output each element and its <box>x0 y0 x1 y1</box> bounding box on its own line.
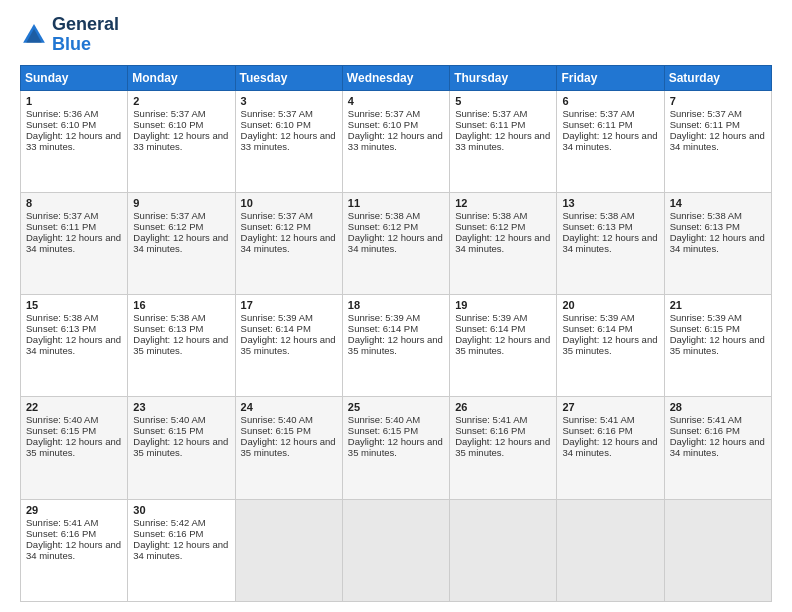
daylight-label: Daylight: 12 hours and 33 minutes. <box>26 130 121 152</box>
sunset-label: Sunset: 6:10 PM <box>241 119 311 130</box>
sunrise-label: Sunrise: 5:41 AM <box>562 414 634 425</box>
sunset-label: Sunset: 6:15 PM <box>133 425 203 436</box>
sunset-label: Sunset: 6:11 PM <box>670 119 740 130</box>
sunrise-label: Sunrise: 5:39 AM <box>348 312 420 323</box>
day-number: 15 <box>26 299 122 311</box>
day-cell-7: 7Sunrise: 5:37 AMSunset: 6:11 PMDaylight… <box>664 90 771 192</box>
week-row-4: 22Sunrise: 5:40 AMSunset: 6:15 PMDayligh… <box>21 397 772 499</box>
sunrise-label: Sunrise: 5:38 AM <box>562 210 634 221</box>
sunrise-label: Sunrise: 5:38 AM <box>348 210 420 221</box>
sunset-label: Sunset: 6:10 PM <box>133 119 203 130</box>
sunset-label: Sunset: 6:15 PM <box>26 425 96 436</box>
daylight-label: Daylight: 12 hours and 35 minutes. <box>241 334 336 356</box>
sunrise-label: Sunrise: 5:38 AM <box>670 210 742 221</box>
sunrise-label: Sunrise: 5:40 AM <box>241 414 313 425</box>
day-number: 3 <box>241 95 337 107</box>
sunrise-label: Sunrise: 5:37 AM <box>241 210 313 221</box>
day-cell-5: 5Sunrise: 5:37 AMSunset: 6:11 PMDaylight… <box>450 90 557 192</box>
sunrise-label: Sunrise: 5:39 AM <box>670 312 742 323</box>
sunrise-label: Sunrise: 5:37 AM <box>562 108 634 119</box>
day-cell-20: 20Sunrise: 5:39 AMSunset: 6:14 PMDayligh… <box>557 295 664 397</box>
daylight-label: Daylight: 12 hours and 35 minutes. <box>133 436 228 458</box>
empty-cell <box>450 499 557 601</box>
sunrise-label: Sunrise: 5:38 AM <box>133 312 205 323</box>
sunset-label: Sunset: 6:14 PM <box>241 323 311 334</box>
daylight-label: Daylight: 12 hours and 33 minutes. <box>241 130 336 152</box>
sunrise-label: Sunrise: 5:38 AM <box>26 312 98 323</box>
day-number: 18 <box>348 299 444 311</box>
day-cell-13: 13Sunrise: 5:38 AMSunset: 6:13 PMDayligh… <box>557 192 664 294</box>
day-number: 6 <box>562 95 658 107</box>
day-number: 28 <box>670 401 766 413</box>
daylight-label: Daylight: 12 hours and 34 minutes. <box>670 232 765 254</box>
header: General Blue <box>20 15 772 55</box>
sunrise-label: Sunrise: 5:41 AM <box>455 414 527 425</box>
sunrise-label: Sunrise: 5:42 AM <box>133 517 205 528</box>
sunset-label: Sunset: 6:11 PM <box>562 119 632 130</box>
sunset-label: Sunset: 6:14 PM <box>455 323 525 334</box>
page: General Blue SundayMondayTuesdayWednesda… <box>0 0 792 612</box>
week-row-5: 29Sunrise: 5:41 AMSunset: 6:16 PMDayligh… <box>21 499 772 601</box>
day-cell-30: 30Sunrise: 5:42 AMSunset: 6:16 PMDayligh… <box>128 499 235 601</box>
day-number: 16 <box>133 299 229 311</box>
daylight-label: Daylight: 12 hours and 35 minutes. <box>562 334 657 356</box>
day-cell-4: 4Sunrise: 5:37 AMSunset: 6:10 PMDaylight… <box>342 90 449 192</box>
sunrise-label: Sunrise: 5:38 AM <box>455 210 527 221</box>
empty-cell <box>664 499 771 601</box>
week-row-3: 15Sunrise: 5:38 AMSunset: 6:13 PMDayligh… <box>21 295 772 397</box>
day-cell-29: 29Sunrise: 5:41 AMSunset: 6:16 PMDayligh… <box>21 499 128 601</box>
daylight-label: Daylight: 12 hours and 35 minutes. <box>241 436 336 458</box>
day-number: 27 <box>562 401 658 413</box>
day-number: 17 <box>241 299 337 311</box>
sunset-label: Sunset: 6:13 PM <box>26 323 96 334</box>
daylight-label: Daylight: 12 hours and 34 minutes. <box>26 232 121 254</box>
calendar-table: SundayMondayTuesdayWednesdayThursdayFrid… <box>20 65 772 602</box>
sunrise-label: Sunrise: 5:39 AM <box>562 312 634 323</box>
daylight-label: Daylight: 12 hours and 33 minutes. <box>133 130 228 152</box>
daylight-label: Daylight: 12 hours and 34 minutes. <box>348 232 443 254</box>
day-number: 5 <box>455 95 551 107</box>
sunset-label: Sunset: 6:16 PM <box>455 425 525 436</box>
day-number: 2 <box>133 95 229 107</box>
sunset-label: Sunset: 6:10 PM <box>26 119 96 130</box>
day-cell-1: 1Sunrise: 5:36 AMSunset: 6:10 PMDaylight… <box>21 90 128 192</box>
daylight-label: Daylight: 12 hours and 35 minutes. <box>26 436 121 458</box>
sunrise-label: Sunrise: 5:40 AM <box>133 414 205 425</box>
day-cell-11: 11Sunrise: 5:38 AMSunset: 6:12 PMDayligh… <box>342 192 449 294</box>
sunrise-label: Sunrise: 5:37 AM <box>241 108 313 119</box>
day-cell-27: 27Sunrise: 5:41 AMSunset: 6:16 PMDayligh… <box>557 397 664 499</box>
sunrise-label: Sunrise: 5:37 AM <box>670 108 742 119</box>
sunset-label: Sunset: 6:15 PM <box>348 425 418 436</box>
daylight-label: Daylight: 12 hours and 34 minutes. <box>26 334 121 356</box>
day-number: 12 <box>455 197 551 209</box>
sunset-label: Sunset: 6:13 PM <box>670 221 740 232</box>
daylight-label: Daylight: 12 hours and 34 minutes. <box>562 130 657 152</box>
daylight-label: Daylight: 12 hours and 35 minutes. <box>455 334 550 356</box>
sunset-label: Sunset: 6:11 PM <box>455 119 525 130</box>
col-header-saturday: Saturday <box>664 65 771 90</box>
day-number: 13 <box>562 197 658 209</box>
sunset-label: Sunset: 6:16 PM <box>670 425 740 436</box>
day-cell-28: 28Sunrise: 5:41 AMSunset: 6:16 PMDayligh… <box>664 397 771 499</box>
col-header-monday: Monday <box>128 65 235 90</box>
col-header-tuesday: Tuesday <box>235 65 342 90</box>
sunrise-label: Sunrise: 5:40 AM <box>348 414 420 425</box>
sunrise-label: Sunrise: 5:37 AM <box>133 108 205 119</box>
day-number: 29 <box>26 504 122 516</box>
daylight-label: Daylight: 12 hours and 34 minutes. <box>241 232 336 254</box>
sunset-label: Sunset: 6:15 PM <box>241 425 311 436</box>
day-cell-9: 9Sunrise: 5:37 AMSunset: 6:12 PMDaylight… <box>128 192 235 294</box>
sunset-label: Sunset: 6:15 PM <box>670 323 740 334</box>
col-header-sunday: Sunday <box>21 65 128 90</box>
week-row-1: 1Sunrise: 5:36 AMSunset: 6:10 PMDaylight… <box>21 90 772 192</box>
sunrise-label: Sunrise: 5:41 AM <box>670 414 742 425</box>
day-number: 30 <box>133 504 229 516</box>
daylight-label: Daylight: 12 hours and 35 minutes. <box>670 334 765 356</box>
day-number: 7 <box>670 95 766 107</box>
sunset-label: Sunset: 6:13 PM <box>133 323 203 334</box>
daylight-label: Daylight: 12 hours and 34 minutes. <box>455 232 550 254</box>
sunrise-label: Sunrise: 5:36 AM <box>26 108 98 119</box>
day-number: 22 <box>26 401 122 413</box>
daylight-label: Daylight: 12 hours and 35 minutes. <box>348 334 443 356</box>
day-number: 14 <box>670 197 766 209</box>
